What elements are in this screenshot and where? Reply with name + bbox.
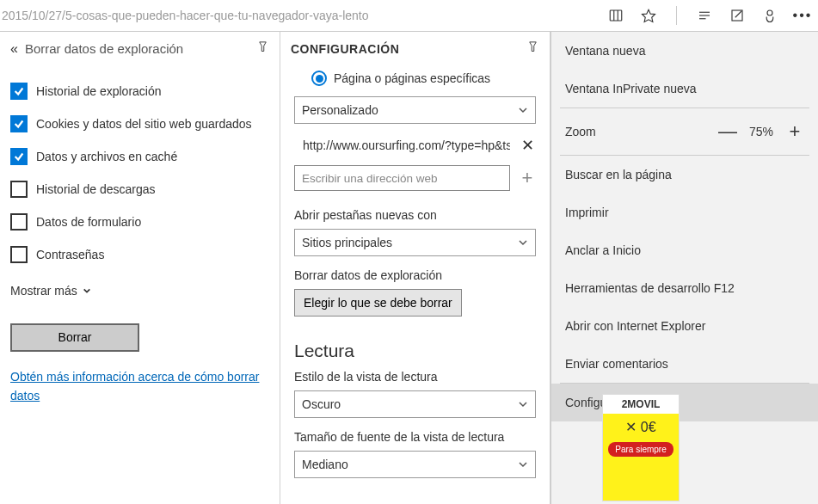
svg-marker-3 <box>643 9 655 22</box>
menu-item[interactable]: Enviar comentarios <box>551 345 818 383</box>
clear-button[interactable]: Borrar <box>10 323 139 352</box>
add-page-plus-icon[interactable]: + <box>519 171 536 185</box>
menu-item[interactable]: Ventana nueva <box>551 32 818 70</box>
web-note-icon[interactable] <box>729 7 746 24</box>
chevron-down-icon <box>518 237 528 248</box>
reading-style-label: Estilo de la vista de lectura <box>294 370 536 384</box>
reading-size-label: Tamaño de fuente de la vista de lectura <box>294 430 536 444</box>
clear-options-list: Historial de exploraciónCookies y datos … <box>0 67 280 279</box>
show-more-label: Mostrar más <box>10 284 77 298</box>
chevron-down-icon <box>518 105 528 115</box>
settings-panel: CONFIGURACIÓN Página o páginas específic… <box>280 32 550 504</box>
select-value: Oscuro <box>302 397 341 411</box>
clear-option-label: Datos y archivos en caché <box>36 150 177 163</box>
checkbox-unchecked-icon[interactable] <box>10 213 28 230</box>
zoom-value: 75% <box>749 125 773 138</box>
menu-item[interactable]: Anclar a Inicio <box>551 231 818 269</box>
menu-item[interactable]: Herramientas de desarrollo F12 <box>551 269 818 307</box>
clear-option-row[interactable]: Datos y archivos en caché <box>10 148 269 165</box>
svg-point-8 <box>767 10 772 15</box>
clear-option-label: Cookies y datos del sitio web guardados <box>36 117 252 131</box>
clear-option-row[interactable]: Cookies y datos del sitio web guardados <box>10 115 269 132</box>
reading-list-icon[interactable] <box>607 7 624 24</box>
menu-item[interactable]: Ventana InPrivate nueva <box>551 70 818 108</box>
clear-option-row[interactable]: Contraseñas <box>10 246 269 263</box>
toolbar-divider <box>676 6 677 25</box>
zoom-row: Zoom — 75% + <box>551 108 818 155</box>
browser-top-bar: 2015/10/27/5-cosas-que-pueden-hacer-que-… <box>0 0 818 32</box>
share-icon[interactable] <box>761 7 778 24</box>
clear-data-panel: « Borrar datos de exploración Historial … <box>0 32 280 504</box>
chevron-down-icon <box>518 459 528 470</box>
pin-icon[interactable] <box>526 40 539 57</box>
hub-icon[interactable] <box>696 7 713 24</box>
clear-option-label: Historial de exploración <box>36 84 162 98</box>
menu-item[interactable]: Imprimir <box>551 194 818 231</box>
chevron-down-icon <box>518 399 528 409</box>
zoom-in-button[interactable]: + <box>785 120 804 143</box>
checkbox-checked-icon[interactable] <box>10 115 28 132</box>
clear-data-label: Borrar datos de exploración <box>294 268 536 282</box>
menu-item[interactable]: Buscar en la página <box>551 156 818 194</box>
startup-mode-select[interactable]: Personalizado <box>294 96 536 124</box>
remove-page-icon[interactable]: ✕ <box>519 136 536 155</box>
clear-option-label: Contraseñas <box>36 248 104 261</box>
panel-title: Borrar datos de exploración <box>25 41 256 56</box>
checkbox-unchecked-icon[interactable] <box>10 181 28 198</box>
startup-page-url: http://www.oursurfing.com/?type=hp&ts <box>294 138 510 152</box>
clear-option-row[interactable]: Historial de descargas <box>10 181 269 198</box>
pin-icon[interactable] <box>256 40 269 57</box>
select-value: Mediano <box>302 458 348 471</box>
settings-title: CONFIGURACIÓN <box>291 42 526 56</box>
zoom-label: Zoom <box>565 125 718 138</box>
clear-option-label: Historial de descargas <box>36 182 156 196</box>
reading-size-select[interactable]: Mediano <box>294 451 536 478</box>
startup-radio-specific-pages[interactable]: Página o páginas específicas <box>311 71 536 86</box>
new-tabs-select[interactable]: Sitios principales <box>294 229 536 256</box>
svg-rect-0 <box>610 10 622 21</box>
ad-headline: 2MOVIL <box>603 395 679 414</box>
checkbox-unchecked-icon[interactable] <box>10 246 28 263</box>
radio-label: Página o páginas específicas <box>334 71 490 85</box>
new-tabs-label: Abrir pestañas nuevas con <box>294 208 536 222</box>
clear-option-row[interactable]: Historial de exploración <box>10 83 269 100</box>
choose-clear-data-button[interactable]: Elegir lo que se debe borrar <box>294 289 462 317</box>
radio-selected-icon <box>311 71 327 86</box>
checkbox-checked-icon[interactable] <box>10 83 28 100</box>
settings-header: CONFIGURACIÓN <box>280 32 550 65</box>
favorites-star-icon[interactable] <box>640 7 657 24</box>
clear-option-label: Datos de formulario <box>36 215 141 229</box>
menu-item[interactable]: Abrir con Internet Explorer <box>551 307 818 345</box>
learn-more-link[interactable]: Obtén más información acerca de cómo bor… <box>0 367 280 405</box>
add-page-row: Escribir una dirección web + <box>294 165 536 191</box>
more-actions-menu: Ventana nuevaVentana InPrivate nueva Zoo… <box>550 32 818 504</box>
add-page-placeholder: Escribir una dirección web <box>302 172 438 185</box>
menu-item-settings[interactable]: Configuración <box>551 384 818 421</box>
ad-price: ✕ 0€ <box>625 419 655 435</box>
section-heading-reading: Lectura <box>294 341 536 361</box>
checkbox-checked-icon[interactable] <box>10 148 28 165</box>
ad-badge: Para siempre <box>608 442 673 457</box>
zoom-out-button[interactable]: — <box>718 120 737 143</box>
advertisement-banner[interactable]: 2MOVIL ✕ 0€ Para siempre <box>602 394 680 501</box>
address-bar-url[interactable]: 2015/10/27/5-cosas-que-pueden-hacer-que-… <box>0 9 369 22</box>
clear-option-row[interactable]: Datos de formulario <box>10 213 269 230</box>
startup-page-entry: http://www.oursurfing.com/?type=hp&ts ✕ <box>294 136 536 155</box>
chevron-down-icon <box>83 286 91 295</box>
add-page-input[interactable]: Escribir una dirección web <box>294 165 510 191</box>
reading-style-select[interactable]: Oscuro <box>294 390 536 418</box>
show-more-toggle[interactable]: Mostrar más <box>0 279 280 298</box>
back-chevrons-icon[interactable]: « <box>9 41 25 57</box>
select-value: Sitios principales <box>302 236 392 249</box>
panel-header: « Borrar datos de exploración <box>0 32 280 67</box>
toolbar-right: ••• <box>607 6 818 25</box>
select-value: Personalizado <box>302 103 378 117</box>
more-actions-icon[interactable]: ••• <box>794 7 811 24</box>
